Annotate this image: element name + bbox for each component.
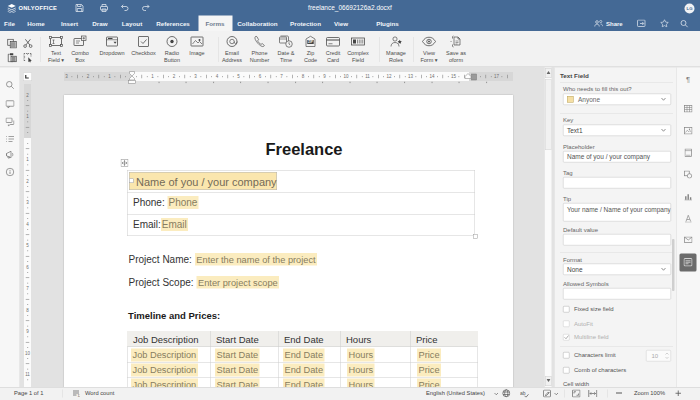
svg-text:17: 17 [494,74,500,79]
svg-text:10: 10 [25,351,31,356]
svg-text:15: 15 [451,74,457,79]
svg-text:12: 12 [386,74,392,79]
svg-text:10: 10 [343,74,349,79]
svg-text:11: 11 [25,372,30,377]
svg-text:13: 13 [408,74,414,79]
svg-text:ab: ab [520,390,526,396]
svg-text:14: 14 [429,74,435,79]
svg-text:123: 123 [78,394,81,397]
svg-text:11: 11 [365,74,370,79]
